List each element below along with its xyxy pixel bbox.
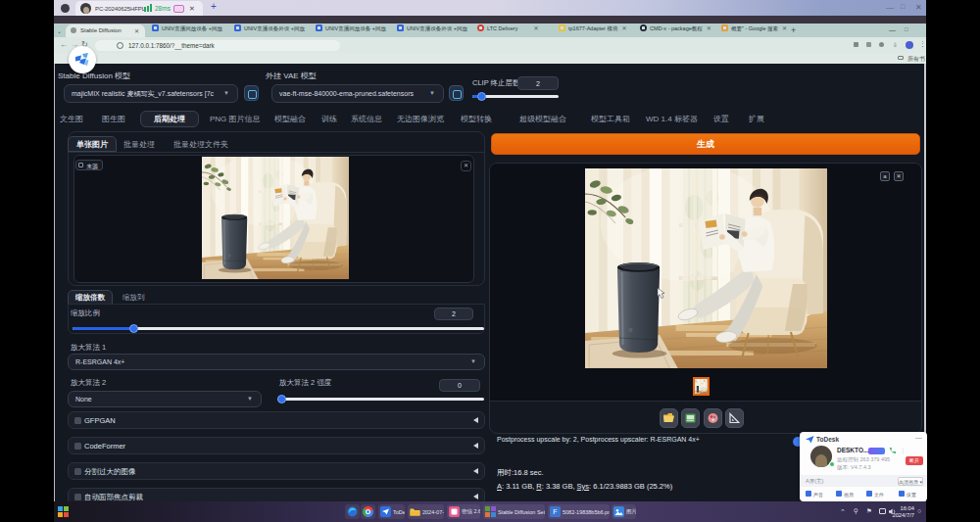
svg-text:F: F xyxy=(553,508,557,515)
